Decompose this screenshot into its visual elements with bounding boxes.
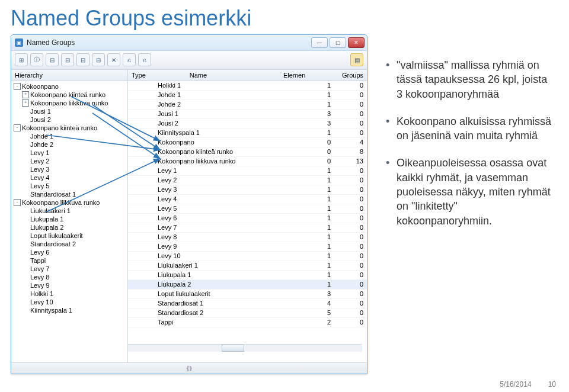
row-groups: 0 bbox=[331, 309, 363, 317]
list-row[interactable]: Jousi 230 bbox=[128, 119, 367, 128]
row-elements: 1 bbox=[294, 280, 331, 289]
tree-node-label: Tappi bbox=[30, 256, 46, 265]
tree-node[interactable]: -Kokoonpano kiinteä runko bbox=[14, 124, 127, 132]
toolbar-icon[interactable]: ⊟ bbox=[76, 53, 89, 66]
list-row[interactable]: Loput liukulaakerit30 bbox=[128, 290, 367, 299]
list-row[interactable]: Liukulaakeri 110 bbox=[128, 261, 367, 271]
row-groups: 0 bbox=[331, 271, 363, 279]
row-groups: 0 bbox=[331, 128, 363, 137]
list-pane[interactable]: Type Name Elemen Groups Holkki 110Johde … bbox=[128, 70, 367, 362]
tree-expand-icon[interactable]: - bbox=[14, 124, 21, 131]
footer-page: 10 bbox=[548, 380, 556, 388]
toolbar-icon[interactable]: ▤ bbox=[350, 53, 363, 66]
tree-node[interactable]: Levy 4 bbox=[14, 173, 127, 182]
row-elements: 1 bbox=[294, 81, 331, 90]
list-row[interactable]: Liukupala 110 bbox=[128, 271, 367, 280]
list-row[interactable]: Levy 510 bbox=[128, 204, 367, 214]
tree-node[interactable]: Loput liukulaakerit bbox=[14, 232, 127, 240]
tree-node-label: Liukupala 1 bbox=[30, 215, 63, 223]
tree-node[interactable]: Levy 1 bbox=[14, 149, 127, 157]
list-row[interactable]: Levy 1010 bbox=[128, 252, 367, 261]
list-row[interactable]: Standardiosat 140 bbox=[128, 299, 367, 309]
list-row[interactable]: Levy 110 bbox=[128, 166, 367, 176]
list-row[interactable]: Levy 810 bbox=[128, 233, 367, 242]
row-name: Standardiosat 2 bbox=[158, 309, 294, 317]
tree-node[interactable]: Standardiosat 1 bbox=[14, 190, 127, 198]
list-row[interactable]: Johde 210 bbox=[128, 100, 367, 110]
app-icon: ▣ bbox=[15, 38, 23, 47]
tree-node-label: Kokoonpano liikkuva runko bbox=[30, 99, 108, 107]
list-row[interactable]: Kokoonpano kiinteä runko08 bbox=[128, 147, 367, 157]
tree-expand-icon[interactable]: + bbox=[22, 91, 29, 98]
toolbar-icon[interactable]: ⊟ bbox=[61, 53, 74, 66]
tree-node[interactable]: Johde 2 bbox=[14, 140, 127, 149]
tree-expand-icon[interactable]: - bbox=[14, 83, 21, 90]
tree-node[interactable]: Liukulaakeri 1 bbox=[14, 207, 127, 215]
tree-node[interactable]: Levy 2 bbox=[14, 157, 127, 165]
row-name: Kokoonpano kiinteä runko bbox=[158, 147, 294, 156]
tree-node[interactable]: Liukupala 2 bbox=[14, 223, 127, 232]
list-row[interactable]: Tappi20 bbox=[128, 318, 367, 327]
list-row[interactable]: Levy 910 bbox=[128, 242, 367, 252]
hierarchy-pane[interactable]: Hierarchy -Kokoonpano+Kokoonpano kiinteä… bbox=[11, 70, 128, 362]
toolbar-icon[interactable]: ⓘ bbox=[30, 53, 43, 66]
list-row[interactable]: Kokoonpano04 bbox=[128, 138, 367, 147]
row-elements: 1 bbox=[294, 233, 331, 242]
tree-node[interactable]: Levy 6 bbox=[14, 248, 127, 256]
tree-node[interactable]: Standardiosat 2 bbox=[14, 240, 127, 248]
tree-node[interactable]: Tappi bbox=[14, 256, 127, 265]
list-row[interactable]: Kokoonpano liikkuva runko013 bbox=[128, 157, 367, 166]
tree-node[interactable]: Holkki 1 bbox=[14, 290, 127, 298]
minimize-button[interactable]: — bbox=[311, 37, 328, 48]
list-row[interactable]: Holkki 110 bbox=[128, 81, 367, 91]
toolbar-icon[interactable]: ⎌ bbox=[123, 53, 136, 66]
list-row[interactable]: Kiinnityspala 110 bbox=[128, 128, 367, 138]
list-row[interactable]: Levy 410 bbox=[128, 195, 367, 204]
tree-node[interactable]: Levy 9 bbox=[14, 281, 127, 290]
tree-node[interactable]: Levy 10 bbox=[14, 298, 127, 306]
tree-node[interactable]: Levy 8 bbox=[14, 273, 127, 281]
list-row[interactable]: Standardiosat 250 bbox=[128, 309, 367, 318]
list-row[interactable]: Jousi 130 bbox=[128, 110, 367, 119]
tree-node-label: Levy 5 bbox=[30, 182, 49, 190]
list-row[interactable]: Levy 710 bbox=[128, 223, 367, 233]
tree-node[interactable]: Liukupala 1 bbox=[14, 215, 127, 223]
tree-node-label: Holkki 1 bbox=[30, 290, 53, 298]
tree-node[interactable]: -Kokoonpano bbox=[14, 82, 127, 91]
row-groups: 0 bbox=[331, 110, 363, 118]
list-row[interactable]: Levy 310 bbox=[128, 185, 367, 195]
toolbar-icon[interactable]: ✕ bbox=[107, 53, 120, 66]
tree-expand-icon[interactable]: + bbox=[22, 99, 29, 107]
close-button[interactable]: ✕ bbox=[348, 37, 365, 48]
page-title: Named Groups esimerkki bbox=[0, 0, 569, 34]
row-groups: 0 bbox=[331, 119, 363, 128]
row-elements: 1 bbox=[294, 242, 331, 251]
list-row[interactable]: Liukupala 210 bbox=[128, 280, 367, 290]
list-row[interactable]: Johde 110 bbox=[128, 91, 367, 100]
toolbar-icon[interactable]: ⊟ bbox=[46, 53, 59, 66]
tree-node-label: Loput liukulaakerit bbox=[30, 232, 83, 240]
tree-node[interactable]: Levy 5 bbox=[14, 182, 127, 190]
tree-node[interactable]: Johde 1 bbox=[14, 132, 127, 140]
tree-node[interactable]: -Kokoonpano liikkuva runko bbox=[14, 198, 127, 207]
toolbar-icon[interactable]: ⎌ bbox=[138, 53, 151, 66]
tree-expand-icon[interactable]: - bbox=[14, 199, 21, 206]
row-name: Levy 7 bbox=[158, 223, 294, 232]
row-groups: 0 bbox=[331, 223, 363, 232]
tree-node[interactable]: Levy 7 bbox=[14, 265, 127, 273]
tree-node[interactable]: Jousi 2 bbox=[14, 115, 127, 124]
bullet-item: Oikeanpuoleisessa osassa ovat kaikki ryh… bbox=[386, 156, 552, 227]
col-name-header: Name bbox=[190, 72, 248, 79]
toolbar-icon[interactable]: ⊞ bbox=[15, 53, 28, 66]
list-row[interactable]: Levy 610 bbox=[128, 214, 367, 223]
tree-node-label: Jousi 1 bbox=[30, 107, 51, 115]
tree-node[interactable]: Jousi 1 bbox=[14, 107, 127, 115]
list-row[interactable]: Levy 210 bbox=[128, 176, 367, 185]
tree-node[interactable]: Levy 3 bbox=[14, 165, 127, 173]
tree-node[interactable]: +Kokoonpano liikkuva runko bbox=[14, 99, 127, 107]
tree-node[interactable]: +Kokoonpano kiinteä runko bbox=[14, 91, 127, 99]
tree-node[interactable]: Kiinnityspala 1 bbox=[14, 306, 127, 314]
maximize-button[interactable]: ▢ bbox=[330, 37, 346, 48]
toolbar-icon[interactable]: ⊟ bbox=[92, 53, 105, 66]
horizontal-scrollbar[interactable] bbox=[222, 345, 244, 352]
